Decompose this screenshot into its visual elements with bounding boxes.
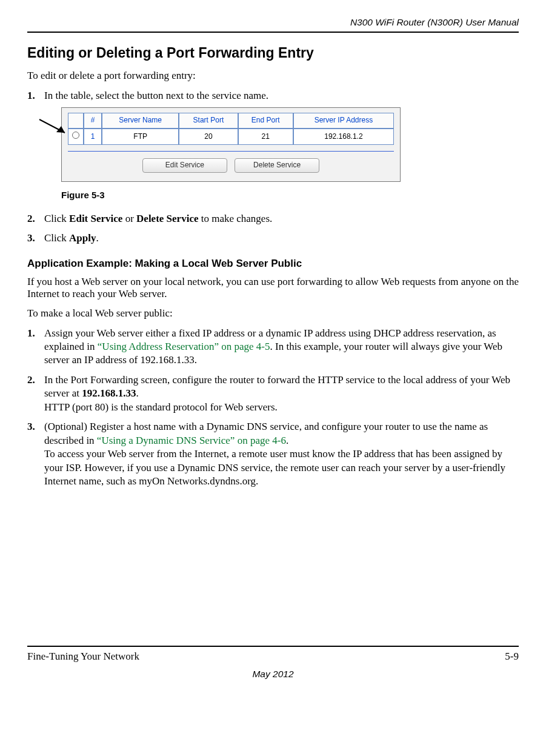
subsection-p1: If you host a Web server on your local n… — [27, 276, 519, 300]
step-a3: Click Apply. — [27, 232, 519, 245]
step-b2-c: . — [136, 387, 139, 399]
col-ip: Server IP Address — [293, 113, 394, 129]
section-intro: To edit or delete a port forwarding entr… — [27, 70, 519, 82]
step-a2: Click Edit Service or Delete Service to … — [27, 212, 519, 226]
step-b2-d: HTTP (port 80) is the standard protocol … — [44, 401, 278, 413]
step-b3-link[interactable]: “Using a Dynamic DNS Service” on page 4-… — [97, 435, 286, 446]
figure-separator-line — [68, 151, 394, 152]
figure-button-row: Edit Service Delete Service — [68, 158, 394, 173]
figure-screenshot: # Server Name Start Port End Port Server… — [61, 107, 401, 181]
row-start: 20 — [179, 129, 238, 145]
step-a1-text: In the table, select the button next to … — [44, 90, 268, 101]
footer-right: 5-9 — [505, 651, 519, 663]
table-header-row: # Server Name Start Port End Port Server… — [68, 113, 394, 129]
col-end: End Port — [238, 113, 293, 129]
col-num: # — [84, 113, 102, 129]
steps-list-a: In the table, select the button next to … — [27, 89, 519, 246]
footer-line: Fine-Tuning Your Network 5-9 — [27, 651, 519, 663]
step-b2-bold: 192.168.1.33 — [82, 387, 136, 399]
step-b3-c: To access your Web server from the Inter… — [44, 448, 505, 487]
subsection-p2: To make a local Web server public: — [27, 307, 519, 319]
service-table: # Server Name Start Port End Port Server… — [68, 113, 394, 145]
col-start: Start Port — [179, 113, 238, 129]
step-a3-post: . — [96, 232, 99, 244]
step-b3: (Optional) Register a host name with a D… — [27, 420, 519, 488]
row-name: FTP — [102, 129, 179, 145]
step-a2-mid: or — [122, 213, 136, 224]
footer-date: May 2012 — [27, 669, 519, 680]
table-row: 1 FTP 20 21 192.168.1.2 — [68, 129, 394, 145]
row-end: 21 — [238, 129, 293, 145]
step-a2-pre: Click — [44, 213, 69, 224]
step-a2-bold2: Delete Service — [136, 213, 198, 224]
step-a3-pre: Click — [44, 232, 69, 244]
subsection-heading: Application Example: Making a Local Web … — [27, 258, 519, 270]
row-num: 1 — [84, 129, 102, 145]
pointer-arrow-icon — [37, 117, 73, 141]
figure-wrap: # Server Name Start Port End Port Server… — [61, 107, 519, 181]
step-b1-link[interactable]: “Using Address Reservation” on page 4-5 — [98, 341, 270, 352]
delete-service-button[interactable]: Delete Service — [235, 158, 319, 173]
step-a3-bold: Apply — [69, 232, 96, 244]
step-b3-b: . — [286, 435, 288, 446]
footer-left: Fine-Tuning Your Network — [27, 651, 139, 663]
step-b2: In the Port Forwarding screen, configure… — [27, 373, 519, 414]
steps-list-b: Assign your Web server either a fixed IP… — [27, 327, 519, 489]
step-b1: Assign your Web server either a fixed IP… — [27, 327, 519, 367]
section-heading: Editing or Deleting a Port Forwarding En… — [27, 45, 519, 61]
step-a2-post: to make changes. — [198, 213, 272, 224]
figure-caption: Figure 5-3 — [61, 189, 519, 201]
doc-header-title: N300 WiFi Router (N300R) User Manual — [27, 17, 519, 28]
footer-rule — [27, 646, 519, 647]
col-name: Server Name — [102, 113, 179, 129]
edit-service-button[interactable]: Edit Service — [142, 158, 227, 173]
step-a1: In the table, select the button next to … — [27, 89, 519, 201]
step-a2-bold1: Edit Service — [69, 213, 122, 224]
row-ip: 192.168.1.2 — [293, 129, 394, 145]
header-rule — [27, 32, 519, 33]
